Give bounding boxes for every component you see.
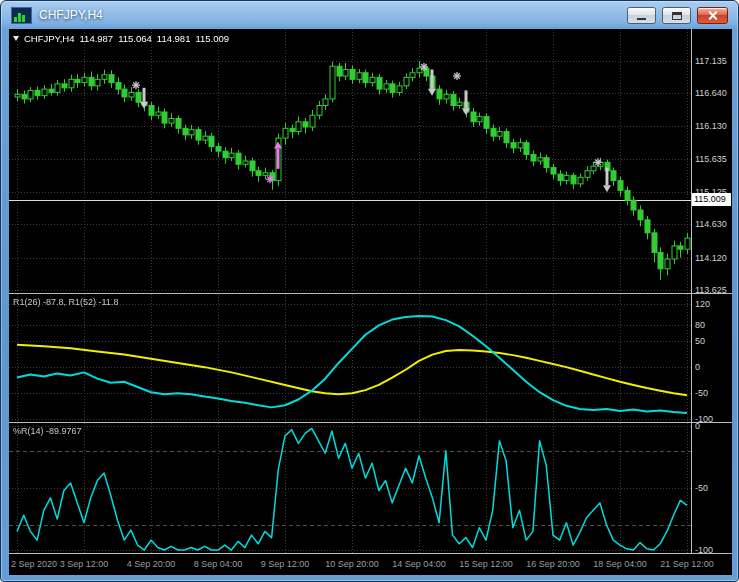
restore-icon: [672, 12, 682, 20]
indicator-tick-label: 80: [695, 320, 705, 330]
indicator-tick-label: 120: [695, 299, 710, 309]
time-axis-label: 21 Sep 12:00: [660, 559, 714, 569]
titlebar[interactable]: CHFJPY,H4: [1, 1, 738, 29]
indicator-label-r1: R1(26) -87.8, R1(52) -11.8: [13, 297, 118, 307]
price-tick-label: 116.640: [695, 88, 727, 98]
price-tick-label: 117.135: [695, 56, 727, 66]
ohlc-low: 114.981: [157, 33, 191, 44]
price-tick-label: 114.630: [695, 219, 727, 229]
wpr-indicator-canvas[interactable]: [9, 423, 691, 553]
ohlc-close: 115.009: [195, 33, 229, 44]
time-axis-label: 3 Sep 12:00: [60, 559, 109, 569]
momentum-indicator-canvas[interactable]: [9, 294, 691, 422]
ohlc-open: 114.987: [80, 33, 114, 44]
ohlc-readout: CHFJPY,H4 114.987 115.064 114.981 115.00…: [13, 33, 229, 44]
chart-icon: [11, 7, 32, 24]
minimize-button[interactable]: [627, 7, 656, 24]
time-axis-label: 8 Sep 04:00: [194, 559, 243, 569]
chart-area: CHFJPY,H4 114.987 115.064 114.981 115.00…: [9, 29, 732, 575]
pane-separator[interactable]: [9, 293, 732, 294]
time-axis-label: 10 Sep 20:00: [325, 559, 379, 569]
time-axis-label: 18 Sep 04:00: [593, 559, 647, 569]
symbol-marker-icon: [13, 36, 19, 41]
window-controls: [627, 7, 728, 24]
time-axis-label: 9 Sep 12:00: [261, 559, 310, 569]
minimize-icon: [637, 18, 646, 20]
indicator-tick-label: -50: [695, 483, 708, 493]
close-icon: [707, 10, 718, 21]
indicator-tick-label: 0: [695, 362, 700, 372]
time-axis-label: 15 Sep 12:00: [459, 559, 513, 569]
ohlc-high: 115.064: [118, 33, 152, 44]
time-axis-label: 16 Sep 20:00: [526, 559, 580, 569]
close-button[interactable]: [697, 7, 728, 24]
restore-button[interactable]: [662, 7, 691, 24]
mt4-chart-window: CHFJPY,H4 CHFJPY,H4 114.987 115.064 114.…: [0, 0, 739, 582]
main-price-canvas[interactable]: [9, 29, 691, 293]
bid-price-tag: 115.009: [692, 193, 731, 206]
pane-separator[interactable]: [9, 422, 732, 423]
time-axis-label: 4 Sep 20:00: [127, 559, 176, 569]
time-axis-label: 14 Sep 04:00: [392, 559, 446, 569]
indicator-tick-label: 50: [695, 336, 705, 346]
price-axis[interactable]: 117.135116.640116.130115.635115.125114.6…: [691, 29, 732, 553]
window-title: CHFJPY,H4: [39, 8, 103, 22]
indicator-label-wpr: %R(14) -89.9767: [13, 426, 82, 436]
price-tick-label: 113.625: [695, 285, 727, 295]
time-axis[interactable]: 2 Sep 20203 Sep 12:004 Sep 20:008 Sep 04…: [9, 554, 732, 575]
ohlc-symbol: CHFJPY,H4: [24, 33, 75, 44]
price-tick-label: 116.130: [695, 121, 727, 131]
price-tick-label: 114.120: [695, 253, 727, 263]
indicator-tick-label: -50: [695, 388, 708, 398]
price-tick-label: 115.635: [695, 154, 727, 164]
time-axis-label: 2 Sep 2020: [11, 559, 57, 569]
indicator-tick-label: 0: [695, 421, 700, 431]
